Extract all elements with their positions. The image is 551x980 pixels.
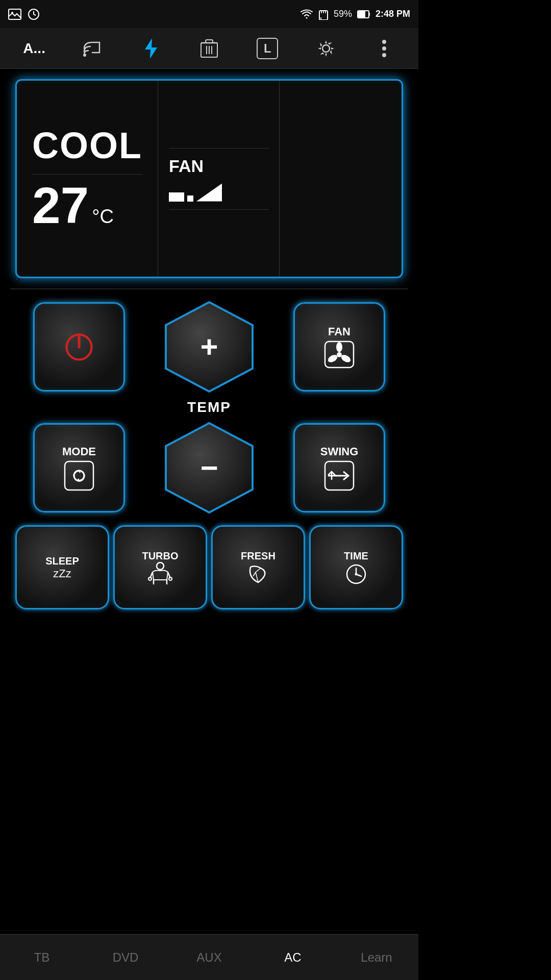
- turbo-label: TURBO: [142, 550, 178, 562]
- unit-display: °C: [92, 206, 114, 228]
- cast-icon: [83, 40, 102, 57]
- nav-aux[interactable]: AUX: [167, 945, 251, 970]
- gear-icon: [317, 39, 335, 58]
- status-left-icons: [8, 8, 40, 20]
- svg-point-11: [83, 54, 86, 57]
- button-row-2: MODE −: [15, 421, 403, 515]
- svg-text:x: x: [320, 16, 322, 20]
- button-row-1: + FAN: [15, 300, 403, 394]
- sleep-button[interactable]: SLEEP zZz: [15, 525, 109, 609]
- wifi-icon: [300, 9, 313, 20]
- svg-point-21: [382, 46, 386, 51]
- gallery-icon: [8, 9, 21, 20]
- svg-point-19: [322, 45, 330, 52]
- mode-button[interactable]: MODE: [33, 423, 125, 512]
- mode-display: COOL: [32, 127, 142, 164]
- svg-point-49: [355, 573, 358, 576]
- svg-rect-9: [358, 11, 365, 17]
- fresh-label: FRESH: [241, 550, 276, 562]
- display-right-empty: [280, 81, 402, 277]
- time-label: TIME: [344, 550, 368, 562]
- battery-percent: 59%: [334, 9, 352, 19]
- auto-button[interactable]: A...: [20, 34, 48, 63]
- settings-button[interactable]: [312, 34, 340, 63]
- status-right-icons: x 59% 2:48 PM: [300, 9, 410, 20]
- svg-point-40: [169, 577, 172, 580]
- time-display: 2:48 PM: [375, 9, 410, 19]
- nav-ac[interactable]: AC: [251, 945, 335, 970]
- fresh-icon: [245, 562, 271, 585]
- svg-point-27: [337, 352, 342, 357]
- svg-rect-31: [65, 461, 93, 490]
- svg-marker-12: [145, 38, 157, 59]
- swing-button[interactable]: SWING: [293, 423, 385, 512]
- lightning-icon: [144, 38, 158, 59]
- sleep-label: SLEEP: [45, 555, 79, 567]
- fresh-button[interactable]: FRESH: [211, 525, 305, 609]
- svg-point-36: [157, 562, 164, 570]
- button-row-3: SLEEP zZz TURBO FRESH: [15, 525, 403, 609]
- fan-display-label: FAN: [169, 156, 269, 176]
- time-icon: [343, 562, 369, 585]
- toolbar: A... L: [0, 28, 418, 69]
- more-button[interactable]: [370, 34, 398, 63]
- trash-icon: [201, 39, 218, 58]
- controls-area: + FAN TEMP MODE: [0, 289, 418, 620]
- svg-point-39: [148, 577, 152, 580]
- display-panel: COOL 27 °C FAN: [15, 79, 403, 278]
- swing-icon: [324, 460, 355, 491]
- power-icon: [61, 329, 97, 365]
- more-dots-icon: [382, 39, 387, 58]
- svg-rect-10: [369, 13, 370, 16]
- svg-point-28: [336, 342, 342, 352]
- battery-icon: [357, 9, 370, 19]
- swing-label: SWING: [320, 445, 359, 458]
- temp-down-wrapper[interactable]: −: [161, 421, 258, 515]
- temp-label: TEMP: [187, 399, 231, 415]
- temp-label-row: TEMP: [15, 399, 403, 415]
- fan-bars: [169, 184, 269, 202]
- cast-button[interactable]: [78, 34, 107, 63]
- lightning-button[interactable]: [137, 34, 165, 63]
- temp-down-symbol: −: [200, 450, 218, 485]
- mode-label: MODE: [62, 445, 96, 458]
- learn-l-button[interactable]: L: [253, 34, 282, 63]
- nav-learn[interactable]: Learn: [335, 945, 418, 970]
- turbo-button[interactable]: TURBO: [113, 525, 207, 609]
- clock-icon: [28, 8, 40, 20]
- temp-up-symbol: +: [200, 329, 218, 364]
- fan-icon: [324, 340, 355, 369]
- bottom-nav: TB DVD AUX AC Learn: [0, 934, 418, 980]
- power-button[interactable]: [33, 302, 125, 391]
- svg-point-22: [382, 53, 386, 57]
- fan-button[interactable]: FAN: [293, 302, 385, 391]
- svg-line-44: [256, 568, 261, 572]
- sd-icon: x: [318, 9, 329, 20]
- turbo-icon: [147, 562, 173, 585]
- sleep-sub: zZz: [53, 567, 71, 580]
- nav-tb[interactable]: TB: [0, 945, 84, 970]
- svg-line-45: [253, 572, 256, 576]
- temp-display: 27: [32, 180, 89, 231]
- svg-rect-15: [206, 40, 213, 43]
- temp-up-wrapper[interactable]: +: [161, 300, 258, 394]
- fan-label: FAN: [328, 325, 350, 338]
- time-button[interactable]: TIME: [309, 525, 403, 609]
- mode-icon: [64, 460, 94, 491]
- trash-button[interactable]: [195, 34, 223, 63]
- nav-dvd[interactable]: DVD: [84, 945, 167, 970]
- svg-point-20: [382, 40, 386, 44]
- status-bar: x 59% 2:48 PM: [0, 0, 418, 28]
